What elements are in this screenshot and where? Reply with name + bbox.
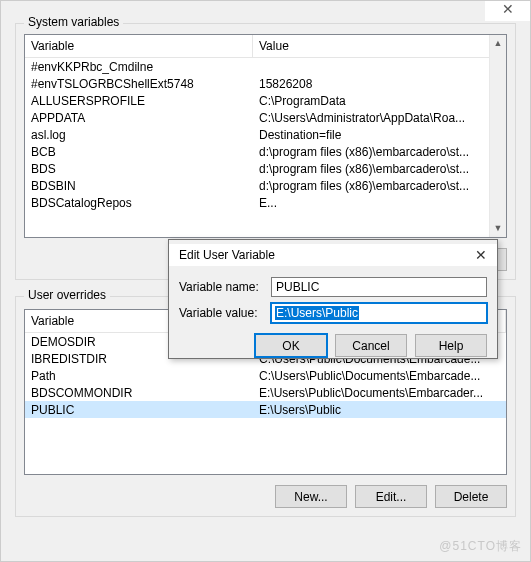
cell-variable: Path	[25, 368, 253, 384]
cell-variable: BDS	[25, 161, 253, 177]
cancel-button[interactable]: Cancel	[335, 334, 407, 357]
delete-button[interactable]: Delete	[435, 485, 507, 508]
ok-button[interactable]: OK	[255, 334, 327, 357]
system-col-value[interactable]: Value	[253, 35, 506, 57]
table-row[interactable]: PUBLICE:\Users\Public	[25, 401, 506, 418]
table-row[interactable]: APPDATAC:\Users\Administrator\AppData\Ro…	[25, 109, 506, 126]
watermark: @51CTO博客	[439, 538, 522, 555]
cell-value: E...	[253, 195, 506, 211]
system-variables-list[interactable]: Variable Value #envKKPRbc_Cmdilne#envTSL…	[24, 34, 507, 238]
cell-variable: #envTSLOGRBCShellExt5748	[25, 76, 253, 92]
cell-variable: PUBLIC	[25, 402, 253, 418]
cell-value: d:\program files (x86)\embarcadero\st...	[253, 178, 506, 194]
system-variables-legend: System variables	[24, 15, 123, 29]
window-close-button[interactable]: ✕	[485, 1, 530, 21]
cell-variable: BDSBIN	[25, 178, 253, 194]
cell-value: C:\ProgramData	[253, 93, 506, 109]
close-icon: ✕	[502, 1, 514, 17]
system-list-header: Variable Value	[25, 35, 506, 58]
table-row[interactable]: #envTSLOGRBCShellExt574815826208	[25, 75, 506, 92]
cell-value: d:\program files (x86)\embarcadero\st...	[253, 161, 506, 177]
table-row[interactable]: BCBd:\program files (x86)\embarcadero\st…	[25, 143, 506, 160]
cell-variable: asl.log	[25, 127, 253, 143]
table-row[interactable]: BDSCOMMONDIRE:\Users\Public\Documents\Em…	[25, 384, 506, 401]
table-row[interactable]: ALLUSERSPROFILEC:\ProgramData	[25, 92, 506, 109]
system-scrollbar[interactable]: ▲ ▼	[489, 35, 506, 237]
cell-value: C:\Users\Public\Documents\Embarcade...	[253, 368, 506, 384]
cell-value: E:\Users\Public	[253, 402, 506, 418]
cell-value: E:\Users\Public\Documents\Embarcader...	[253, 385, 506, 401]
cell-variable: BDSCatalogRepos	[25, 195, 253, 211]
dialog-title: Edit User Variable	[179, 248, 275, 262]
dialog-close-button[interactable]: ✕	[471, 247, 491, 263]
table-row[interactable]: BDSBINd:\program files (x86)\embarcadero…	[25, 177, 506, 194]
variable-value-label: Variable value:	[179, 306, 271, 320]
scroll-down-icon[interactable]: ▼	[490, 220, 506, 237]
cell-value: C:\Users\Administrator\AppData\Roa...	[253, 110, 506, 126]
cell-variable: APPDATA	[25, 110, 253, 126]
help-button[interactable]: Help	[415, 334, 487, 357]
user-overrides-legend: User overrides	[24, 288, 110, 302]
new-button[interactable]: New...	[275, 485, 347, 508]
cell-value: Destination=file	[253, 127, 506, 143]
cell-variable: BDSCOMMONDIR	[25, 385, 253, 401]
table-row[interactable]: asl.logDestination=file	[25, 126, 506, 143]
scroll-up-icon[interactable]: ▲	[490, 35, 506, 52]
variable-value-selection: E:\Users\Public	[275, 306, 359, 320]
edit-button[interactable]: Edit...	[355, 485, 427, 508]
cell-value: d:\program files (x86)\embarcadero\st...	[253, 144, 506, 160]
cell-variable: ALLUSERSPROFILE	[25, 93, 253, 109]
environment-variables-window: ✕ System variables Variable Value #envKK…	[0, 0, 531, 562]
system-col-variable[interactable]: Variable	[25, 35, 253, 57]
cell-value: 15826208	[253, 76, 506, 92]
table-row[interactable]: BDSCatalogReposE...	[25, 194, 506, 211]
edit-user-variable-dialog: Edit User Variable ✕ Variable name: Vari…	[168, 239, 498, 359]
cell-variable: #envKKPRbc_Cmdilne	[25, 59, 253, 75]
table-row[interactable]: #envKKPRbc_Cmdilne	[25, 58, 506, 75]
table-row[interactable]: PathC:\Users\Public\Documents\Embarcade.…	[25, 367, 506, 384]
dialog-titlebar[interactable]: Edit User Variable ✕	[169, 244, 497, 266]
variable-name-input[interactable]	[271, 277, 487, 297]
table-row[interactable]: BDSd:\program files (x86)\embarcadero\st…	[25, 160, 506, 177]
cell-value	[253, 66, 506, 68]
variable-name-label: Variable name:	[179, 280, 271, 294]
cell-variable: BCB	[25, 144, 253, 160]
